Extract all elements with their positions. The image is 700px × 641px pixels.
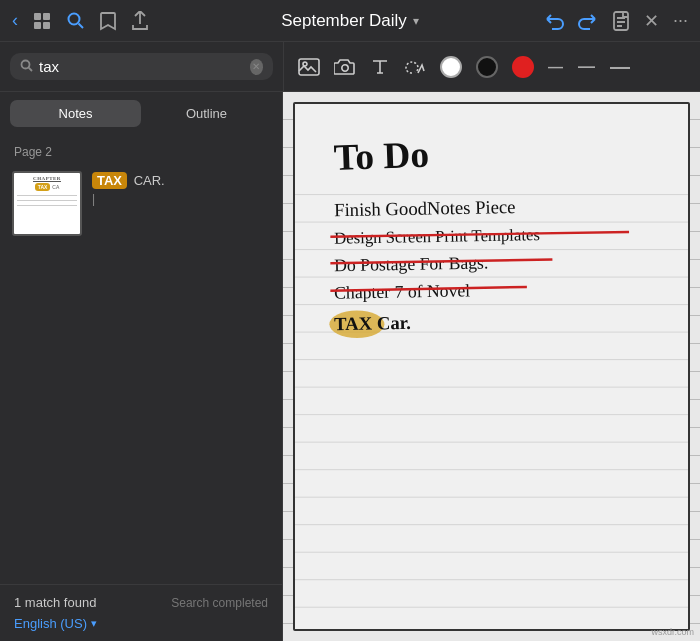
result-rest: CAR. bbox=[130, 173, 165, 188]
match-count-row: 1 match found Search completed bbox=[14, 595, 268, 610]
result-line: TAX CAR. bbox=[92, 171, 270, 189]
top-bar: ‹ September Daily bbox=[0, 0, 700, 42]
watermark: wsxdr.com bbox=[651, 627, 694, 637]
redo-button[interactable] bbox=[578, 12, 598, 30]
svg-rect-3 bbox=[43, 22, 50, 29]
sidebar-footer: 1 match found Search completed English (… bbox=[0, 584, 282, 641]
line-style-medium[interactable]: — bbox=[578, 57, 596, 77]
note-canvas: To Do Finish GoodNotes Piece Design Scre… bbox=[283, 92, 700, 641]
svg-point-11 bbox=[342, 64, 348, 70]
svg-text:Finish GoodNotes Piece: Finish GoodNotes Piece bbox=[334, 196, 516, 220]
svg-rect-0 bbox=[34, 13, 41, 20]
more-button[interactable]: ··· bbox=[673, 10, 688, 31]
undo-button[interactable] bbox=[544, 12, 564, 30]
svg-line-5 bbox=[79, 24, 84, 29]
title-chevron-icon[interactable]: ▾ bbox=[413, 14, 419, 28]
thumb-car-text: CA bbox=[52, 184, 59, 190]
color-black[interactable] bbox=[476, 56, 498, 78]
top-bar-right: ✕ ··· bbox=[544, 10, 688, 32]
toolbar-row: ✕ bbox=[0, 42, 700, 92]
color-white[interactable] bbox=[440, 56, 462, 78]
tab-outline[interactable]: Outline bbox=[141, 100, 272, 127]
tab-notes[interactable]: Notes bbox=[10, 100, 141, 127]
line-style-thick[interactable]: — bbox=[610, 55, 631, 78]
share-icon[interactable] bbox=[131, 11, 149, 31]
top-bar-left: ‹ bbox=[12, 10, 149, 31]
search-input[interactable] bbox=[39, 58, 244, 75]
svg-text:TAX Car.: TAX Car. bbox=[334, 312, 411, 334]
search-nav-icon[interactable] bbox=[66, 11, 85, 30]
note-handwriting-svg: To Do Finish GoodNotes Piece Design Scre… bbox=[295, 104, 688, 629]
language-label: English (US) bbox=[14, 616, 87, 631]
result-thumbnail: CHAPTER TAX CA bbox=[12, 171, 82, 236]
grid-icon[interactable] bbox=[32, 11, 52, 31]
thumb-chapter-text: CHAPTER bbox=[33, 176, 61, 181]
result-highlight: TAX bbox=[92, 172, 127, 189]
svg-line-8 bbox=[29, 67, 32, 70]
page-title: September Daily bbox=[281, 11, 407, 31]
search-status: Search completed bbox=[171, 596, 268, 610]
close-button[interactable]: ✕ bbox=[644, 10, 659, 32]
back-button[interactable]: ‹ bbox=[12, 10, 18, 31]
search-bar[interactable]: ✕ bbox=[10, 53, 273, 80]
clear-search-button[interactable]: ✕ bbox=[250, 59, 263, 75]
document-icon[interactable] bbox=[612, 11, 630, 31]
result-cursor: | bbox=[92, 192, 270, 206]
page-label: Page 2 bbox=[0, 141, 282, 163]
language-chevron-icon: ▾ bbox=[91, 617, 97, 630]
svg-text:To Do: To Do bbox=[333, 134, 429, 178]
thumb-tax-badge: TAX bbox=[35, 183, 51, 191]
main-area: Notes Outline Page 2 CHAPTER TAX CA bbox=[0, 92, 700, 641]
match-count-text: 1 match found bbox=[14, 595, 96, 610]
sidebar-content: Page 2 CHAPTER TAX CA TAX CAR. | bbox=[0, 135, 282, 584]
drawing-toolbar: — — — bbox=[284, 55, 700, 78]
svg-point-4 bbox=[69, 14, 80, 25]
text-tool[interactable] bbox=[370, 57, 390, 77]
search-area: ✕ bbox=[0, 53, 283, 80]
svg-rect-2 bbox=[34, 22, 41, 29]
sidebar: Notes Outline Page 2 CHAPTER TAX CA bbox=[0, 92, 283, 641]
result-text-area: TAX CAR. | bbox=[92, 171, 270, 206]
search-icon bbox=[20, 59, 33, 75]
line-style-thin[interactable]: — bbox=[548, 58, 564, 75]
color-red[interactable] bbox=[512, 56, 534, 78]
note-page: To Do Finish GoodNotes Piece Design Scre… bbox=[293, 102, 690, 631]
language-row[interactable]: English (US) ▾ bbox=[14, 616, 268, 631]
image-tool[interactable] bbox=[298, 57, 320, 77]
svg-rect-1 bbox=[43, 13, 50, 20]
svg-rect-6 bbox=[614, 12, 628, 30]
svg-point-7 bbox=[22, 60, 30, 68]
lasso-tool[interactable] bbox=[404, 57, 426, 77]
camera-tool[interactable] bbox=[334, 58, 356, 76]
top-bar-center: September Daily ▾ bbox=[281, 11, 419, 31]
bookmark-icon[interactable] bbox=[99, 11, 117, 31]
sidebar-tabs: Notes Outline bbox=[0, 92, 282, 135]
search-result-item[interactable]: CHAPTER TAX CA TAX CAR. | bbox=[0, 163, 282, 244]
